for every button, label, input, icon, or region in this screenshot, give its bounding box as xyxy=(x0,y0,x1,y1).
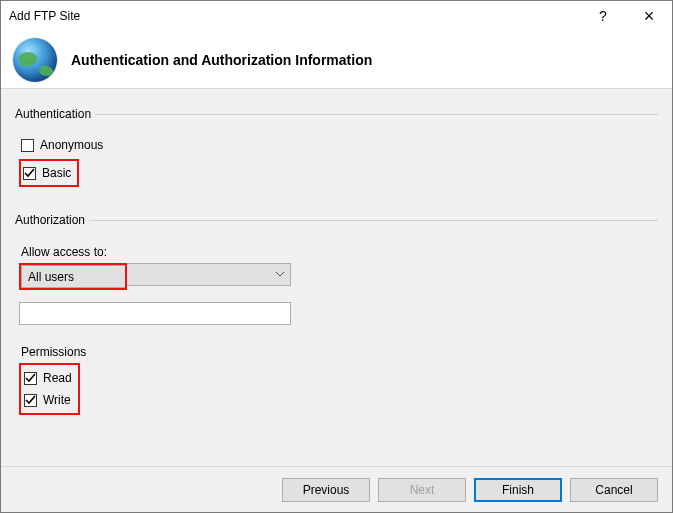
titlebar: Add FTP Site ? × xyxy=(1,1,672,31)
write-checkbox-row[interactable]: Write xyxy=(22,390,74,410)
basic-checkbox[interactable] xyxy=(23,167,36,180)
read-checkbox-row[interactable]: Read xyxy=(22,368,74,388)
write-checkbox[interactable] xyxy=(24,394,37,407)
previous-button[interactable]: Previous xyxy=(282,478,370,502)
add-ftp-site-dialog: Add FTP Site ? × Authentication and Auth… xyxy=(0,0,673,513)
write-label: Write xyxy=(43,393,71,407)
anonymous-label: Anonymous xyxy=(40,138,103,152)
authentication-legend: Authentication xyxy=(15,107,95,121)
help-button[interactable]: ? xyxy=(580,1,626,31)
basic-checkbox-row[interactable]: Basic xyxy=(21,163,77,183)
anonymous-checkbox-row[interactable]: Anonymous xyxy=(19,135,654,155)
chevron-down-icon[interactable] xyxy=(270,264,290,285)
allow-access-combo[interactable]: All users xyxy=(21,265,125,288)
read-label: Read xyxy=(43,371,72,385)
allow-access-label: Allow access to: xyxy=(21,245,654,259)
read-checkbox[interactable] xyxy=(24,372,37,385)
window-title: Add FTP Site xyxy=(9,9,580,23)
close-button[interactable]: × xyxy=(626,1,672,31)
anonymous-checkbox[interactable] xyxy=(21,139,34,152)
page-title: Authentication and Authorization Informa… xyxy=(71,52,372,68)
wizard-body: Authentication Anonymous Basic Authoriza… xyxy=(1,89,672,466)
allow-access-value: All users xyxy=(28,270,74,284)
finish-button[interactable]: Finish xyxy=(474,478,562,502)
authorization-group: Authorization Allow access to: All users… xyxy=(15,213,658,423)
wizard-header: Authentication and Authorization Informa… xyxy=(1,31,672,89)
permissions-label: Permissions xyxy=(21,345,654,359)
authentication-group: Authentication Anonymous Basic xyxy=(15,107,658,195)
authorization-legend: Authorization xyxy=(15,213,89,227)
cancel-button[interactable]: Cancel xyxy=(570,478,658,502)
next-button: Next xyxy=(378,478,466,502)
basic-label: Basic xyxy=(42,166,71,180)
authorization-text-input[interactable] xyxy=(19,302,291,325)
globe-icon xyxy=(13,38,57,82)
wizard-footer: Previous Next Finish Cancel xyxy=(1,466,672,512)
